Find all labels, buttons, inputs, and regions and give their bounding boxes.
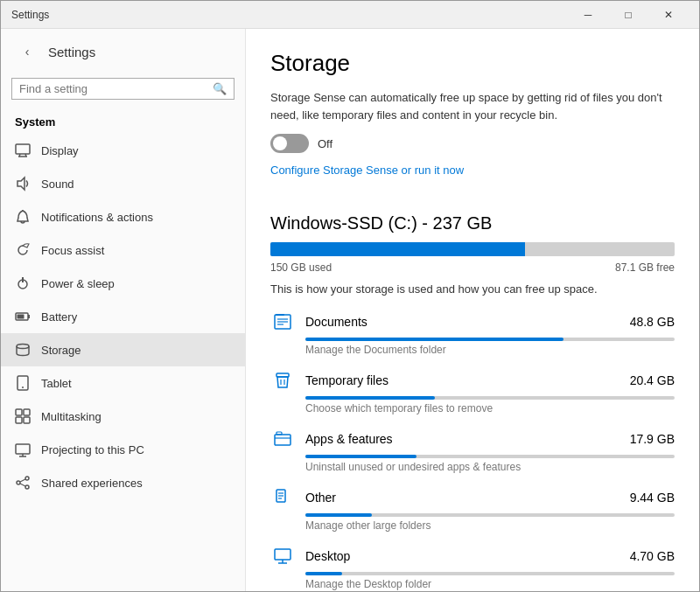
temp-header: Temporary files 20.4 GB <box>270 368 675 393</box>
svg-marker-4 <box>18 178 24 190</box>
other-header: Other 9.44 GB <box>270 485 675 510</box>
storage-item-desktop[interactable]: Desktop 4.70 GB Manage the Desktop folde… <box>270 544 675 590</box>
svg-point-22 <box>25 477 29 480</box>
sound-label: Sound <box>41 178 74 191</box>
sidebar-item-projecting[interactable]: Projecting to this PC <box>1 433 245 466</box>
svg-rect-19 <box>16 444 30 454</box>
desktop-icon <box>270 544 295 568</box>
storage-sense-description: Storage Sense can automatically free up … <box>270 89 675 123</box>
search-icon: 🔍 <box>213 82 227 95</box>
shared-icon <box>15 475 31 491</box>
projecting-icon <box>15 442 31 457</box>
sidebar-item-multitasking[interactable]: Multitasking <box>1 400 245 433</box>
configure-link[interactable]: Configure Storage Sense or run it now <box>270 164 464 177</box>
documents-bar-fill <box>305 338 564 341</box>
sidebar-item-focus[interactable]: Focus assist <box>1 233 245 267</box>
storage-label: Storage <box>41 344 81 357</box>
sidebar-item-tablet[interactable]: Tablet <box>1 366 245 400</box>
apps-icon <box>270 427 295 451</box>
storage-item-apps[interactable]: Apps & features 17.9 GB Uninstall unused… <box>270 427 675 473</box>
desktop-desc: Manage the Desktop folder <box>305 578 675 590</box>
sidebar-item-power[interactable]: Power & sleep <box>1 267 245 300</box>
display-label: Display <box>41 144 79 157</box>
drive-section: Windows-SSD (C:) - 237 GB 150 GB used 87… <box>270 213 675 590</box>
other-size: 9.44 GB <box>630 491 675 505</box>
titlebar: Settings ─ □ ✕ <box>1 1 699 29</box>
documents-size: 48.8 GB <box>630 315 675 329</box>
documents-name: Documents <box>305 315 620 329</box>
drive-progress-bg <box>270 242 675 256</box>
back-button[interactable]: ‹ <box>15 39 39 64</box>
svg-rect-36 <box>276 432 282 435</box>
power-icon <box>15 275 31 291</box>
toggle-row: Off <box>270 134 675 153</box>
content-area: ‹ Settings 🔍 System Display Sound <box>1 29 699 591</box>
power-label: Power & sleep <box>41 277 115 290</box>
svg-line-26 <box>20 484 25 486</box>
temp-name: Temporary files <box>305 373 620 387</box>
desktop-name: Desktop <box>305 549 620 563</box>
other-bar-bg <box>305 513 675 517</box>
sidebar-app-title: Settings <box>48 45 95 59</box>
used-label: 150 GB used <box>270 261 332 274</box>
temp-icon <box>270 368 295 393</box>
apps-desc: Uninstall unused or undesired apps & fea… <box>305 461 675 473</box>
other-desc: Manage other large folders <box>305 519 675 532</box>
storage-item-other[interactable]: Other 9.44 GB Manage other large folders <box>270 485 675 532</box>
sidebar-item-display[interactable]: Display <box>1 134 245 167</box>
svg-rect-0 <box>16 144 30 154</box>
tablet-label: Tablet <box>41 377 72 390</box>
titlebar-controls: ─ □ ✕ <box>568 1 689 29</box>
other-name: Other <box>305 491 620 505</box>
storage-sense-toggle[interactable] <box>270 134 309 153</box>
sidebar-header: ‹ Settings <box>1 29 245 74</box>
desktop-bar-bg <box>305 572 675 575</box>
battery-icon <box>15 309 31 324</box>
sidebar-item-sound[interactable]: Sound <box>1 167 245 200</box>
close-button[interactable]: ✕ <box>648 1 689 29</box>
apps-bar-fill <box>305 455 416 458</box>
storage-usage-description: This is how your storage is used and how… <box>270 282 675 296</box>
drive-title: Windows-SSD (C:) - 237 GB <box>270 213 675 233</box>
notifications-icon <box>15 209 31 225</box>
svg-rect-16 <box>24 409 30 415</box>
projecting-label: Projecting to this PC <box>41 443 144 456</box>
main-content: Storage Storage Sense can automatically … <box>246 29 699 591</box>
apps-name: Apps & features <box>305 432 620 446</box>
svg-line-25 <box>20 479 25 482</box>
svg-point-14 <box>22 387 24 388</box>
sound-icon <box>15 176 31 192</box>
system-section-title: System <box>1 107 245 134</box>
battery-label: Battery <box>41 310 77 324</box>
sidebar-item-shared[interactable]: Shared experiences <box>1 466 245 499</box>
storage-icon <box>15 342 31 358</box>
storage-item-documents[interactable]: Documents 48.8 GB Manage the Documents f… <box>270 310 675 356</box>
svg-rect-42 <box>275 549 290 560</box>
svg-point-23 <box>17 481 20 484</box>
documents-bar-bg <box>305 338 675 341</box>
search-box[interactable]: 🔍 <box>11 78 234 100</box>
multitasking-label: Multitasking <box>41 410 102 423</box>
sidebar-item-notifications[interactable]: Notifications & actions <box>1 200 245 233</box>
documents-icon <box>270 310 295 334</box>
temp-desc: Choose which temporary files to remove <box>305 402 675 414</box>
storage-item-temp[interactable]: Temporary files 20.4 GB Choose which tem… <box>270 368 675 414</box>
display-icon <box>15 143 31 158</box>
minimize-button[interactable]: ─ <box>568 1 608 29</box>
svg-rect-18 <box>24 417 30 423</box>
svg-rect-15 <box>16 409 22 415</box>
free-label: 87.1 GB free <box>615 261 675 274</box>
other-bar-fill <box>305 513 372 517</box>
other-icon <box>270 485 295 510</box>
storage-labels: 150 GB used 87.1 GB free <box>270 261 675 274</box>
svg-rect-35 <box>275 435 290 445</box>
page-title: Storage <box>270 50 675 77</box>
maximize-button[interactable]: □ <box>608 1 648 29</box>
multitasking-icon <box>15 408 31 424</box>
sidebar-item-storage[interactable]: Storage <box>1 333 245 366</box>
svg-point-12 <box>17 345 29 349</box>
sidebar-item-battery[interactable]: Battery <box>1 300 245 333</box>
shared-label: Shared experiences <box>41 477 143 490</box>
desktop-bar-fill <box>305 572 342 575</box>
search-input[interactable] <box>19 82 207 95</box>
